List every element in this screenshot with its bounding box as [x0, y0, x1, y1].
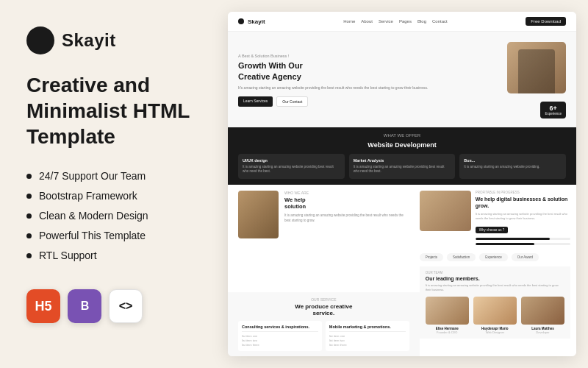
hero-primary-button[interactable]: Learn Services [238, 96, 273, 107]
tech-badges: H5 B <> [26, 289, 201, 323]
produce-item: list item one [329, 334, 406, 338]
progress-fill [476, 238, 550, 240]
member-photo [473, 297, 517, 325]
preview-lower: WHO WE ARE We helpsolution It is amazing… [228, 185, 576, 356]
service-card-desc: It is amazing starting an amazing websit… [464, 165, 562, 169]
produce-card-title: Consulting services & inspirations. [242, 325, 318, 329]
member-photo [521, 297, 564, 325]
bullet-icon [26, 213, 32, 219]
produce-cards: Consulting services & inspirations. list… [238, 321, 409, 351]
services-small-title: WHAT WE OFFER [238, 133, 566, 138]
progress-fill [476, 243, 534, 245]
produce-small-label: OUR SERVICE [238, 297, 409, 302]
code-icon: <> [119, 300, 133, 313]
about-description: It is amazing starting an amazing websit… [284, 213, 409, 224]
list-item: 24/7 Support Our Team [26, 170, 201, 182]
nav-link: About [361, 19, 373, 24]
stat-item: Satisfaction [447, 253, 476, 261]
bootstrap-badge: B [68, 289, 101, 323]
preview-team: OUR TEAM Our leading members. It is amaz… [420, 266, 570, 339]
badge-label: Experience [545, 112, 562, 116]
progress-item [476, 243, 570, 245]
code-badge: <> [109, 289, 143, 323]
member-photo [426, 297, 469, 325]
preview-left-col: WHO WE ARE We helpsolution It is amazing… [228, 185, 420, 356]
logo-area: Skayit [26, 26, 201, 54]
services-cards: UI/UX design It is amazing starting an a… [238, 154, 566, 179]
person-figure [518, 49, 555, 93]
hero-heading: Growth With OurCreative Agency [238, 60, 500, 82]
progress-bars [476, 238, 570, 245]
progress-track [476, 238, 570, 240]
stats-row: Projects Satisfaction Experience Our Awa… [420, 253, 570, 261]
main-title: Creative and Minimalist HTML Template [26, 72, 201, 149]
team-member: Elise Hermane Founder & CEO [426, 297, 469, 334]
badge-number: 6+ [545, 105, 562, 112]
team-small-label: OUR TEAM [426, 271, 564, 275]
nav-logo-dot [238, 18, 244, 24]
produce-card: Mobile marketing & promotions. list item… [326, 321, 409, 351]
digital-button[interactable]: Why choose us ? [476, 227, 509, 233]
bullet-icon [26, 253, 32, 258]
list-item: Powerful This Template [26, 230, 201, 241]
team-members: Elise Hermane Founder & CEO Haydenapr Ma… [426, 297, 564, 334]
stat-item: Projects [420, 253, 443, 261]
about-image [238, 191, 279, 238]
list-item: Clean & Modern Design [26, 210, 201, 222]
bootstrap-icon: B [81, 300, 89, 313]
experience-badge: 6+ Experience [540, 102, 566, 118]
nav-brand: Skayit [238, 18, 265, 25]
left-panel: Skayit Creative and Minimalist HTML Temp… [0, 0, 228, 368]
team-description: It is amazing starting an amazing websit… [426, 283, 564, 292]
nav-link: Blog [417, 19, 426, 24]
hero-buttons: Learn Services Our Contact [238, 96, 500, 107]
produce-heading: We produce creativeservice. [238, 303, 409, 316]
digital-section: PROFITABLE IN PROGRESS We help digital b… [420, 191, 570, 245]
bullet-icon [26, 233, 32, 238]
preview-about: WHO WE ARE We helpsolution It is amazing… [228, 185, 420, 292]
logo-icon [26, 26, 54, 54]
hero-secondary-button[interactable]: Our Contact [276, 96, 308, 107]
service-card-title: UI/UX design [243, 158, 340, 163]
progress-item [476, 238, 570, 240]
digital-small: PROFITABLE IN PROGRESS [476, 191, 570, 194]
preview-container: Skayit Home About Service Pages Blog Con… [228, 12, 576, 356]
hero-description: It's amazing starting an amazing website… [238, 85, 500, 91]
produce-card-title: Mobile marketing & promotions. [329, 325, 406, 329]
nav-link: Service [379, 19, 393, 24]
service-card: Bus... It is amazing starting an amazing… [459, 154, 566, 179]
hero-image [507, 42, 566, 93]
hero-right: 6+ Experience [507, 42, 566, 118]
digital-desc: It is amazing starting an amazing websit… [476, 212, 570, 221]
divider [329, 331, 406, 332]
preview-services-section: WHAT WE OFFER Website Development UI/UX … [228, 127, 576, 185]
nav-link: Home [343, 19, 355, 24]
features-list: 24/7 Support Our Team Bootstrap Framewor… [26, 170, 201, 261]
about-small-label: WHO WE ARE [284, 191, 409, 195]
nav-link: Pages [399, 19, 412, 24]
nav-brand-text: Skayit [248, 18, 265, 25]
right-panel: Skayit Home About Service Pages Blog Con… [228, 0, 588, 368]
preview-right-col: PROFITABLE IN PROGRESS We help digital b… [420, 185, 576, 356]
produce-card: Consulting services & inspirations. list… [238, 321, 322, 351]
list-item: RTL Support [26, 250, 201, 261]
html5-badge: H5 [26, 289, 60, 323]
service-card-desc: It is amazing starting an amazing websit… [354, 165, 451, 174]
team-member: Laura Matthes Developer [521, 297, 564, 334]
produce-item: list item one [242, 334, 318, 338]
nav-links: Home About Service Pages Blog Contact [343, 19, 447, 24]
nav-cta-button[interactable]: Free Download [526, 17, 566, 26]
member-role: Developer [521, 330, 564, 334]
team-heading: Our leading members. [426, 276, 564, 281]
member-role: Web Designer [473, 330, 517, 334]
nav-link: Contact [432, 19, 448, 24]
member-role: Founder & CEO [426, 330, 469, 334]
services-heading: Website Development [238, 141, 566, 149]
divider [242, 331, 318, 332]
digital-text: PROFITABLE IN PROGRESS We help digital b… [476, 191, 570, 245]
produce-item: list item two [329, 339, 406, 342]
progress-track [476, 243, 570, 245]
produce-item: list item three [242, 343, 318, 347]
digital-image [420, 191, 471, 231]
list-item: Bootstrap Framework [26, 190, 201, 202]
